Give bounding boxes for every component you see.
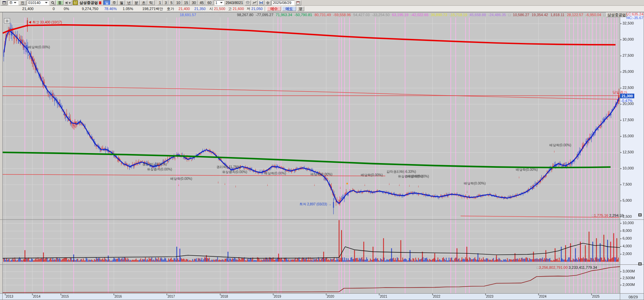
period-button-초[interactable]: 초	[140, 0, 147, 5]
shin-badge: 신	[73, 0, 78, 5]
turnover-pct: 78.46%	[99, 7, 117, 11]
high-price: 21,600	[233, 7, 244, 11]
buy-button[interactable]: 매수	[267, 6, 281, 11]
period-button-주[interactable]: 주	[111, 0, 118, 5]
ask-price: 21,400	[175, 7, 190, 11]
search-icon[interactable]	[50, 0, 56, 5]
high-label: 고	[228, 6, 232, 11]
count-combo-value: 1	[215, 1, 217, 5]
save-icon[interactable]	[258, 0, 264, 5]
stock-flag-icon	[99, 1, 101, 4]
interval-button-10[interactable]: 10	[174, 0, 182, 5]
bid-price: 21,350	[191, 7, 206, 11]
toolbar-main: 주 전 010140 통 신 삼성중공업 일주월년분초틱 13510153045…	[0, 0, 644, 6]
chart-window: 주 전 010140 통 신 삼성중공업 일주월년분초틱 13510153045…	[0, 0, 644, 300]
trendline-icon[interactable]	[252, 0, 258, 5]
chart-canvas[interactable]	[0, 12, 644, 300]
interval-button-45[interactable]: 45	[198, 0, 205, 5]
pane-expand-icon[interactable]	[638, 213, 642, 216]
stock-code-input[interactable]: 010140	[27, 0, 49, 5]
legend-toggle-icon[interactable]: ⊞	[4, 18, 10, 23]
amount-value: 198,271백만	[134, 6, 163, 11]
period-button-일[interactable]: 일	[103, 0, 110, 5]
jeon-button[interactable]: 전	[19, 0, 26, 5]
current-price: 21,400	[3, 7, 34, 11]
stock-name: 삼성중공업	[78, 0, 98, 5]
interval-button-5[interactable]: 5	[169, 0, 174, 5]
period-button-월[interactable]: 월	[118, 0, 125, 5]
period-button-년[interactable]: 년	[125, 0, 132, 5]
open-price: 21,500	[214, 7, 225, 11]
comment-icon[interactable]	[245, 0, 251, 5]
window-icon[interactable]	[1, 0, 7, 5]
period-button-틱[interactable]: 틱	[148, 0, 155, 5]
speaker-icon[interactable]	[64, 0, 72, 5]
low-label: 저	[247, 6, 250, 11]
chart-area: ⊞ 18,691.5789,499.65-68,327.1198,267.80-…	[0, 12, 644, 300]
low-price: 21,050	[251, 7, 263, 11]
gear-icon[interactable]	[265, 0, 271, 5]
interval-button-30[interactable]: 30	[190, 0, 198, 5]
chart-type-combo[interactable]: 주	[8, 0, 18, 5]
price-change-pct: 0%	[56, 7, 69, 11]
open-label: 시	[209, 6, 213, 11]
quote-bar: 21,400 0 0% 9,274,750 78.46% 1.05% 198,2…	[0, 6, 644, 12]
stock-code-value: 010140	[28, 1, 41, 5]
divider	[265, 7, 265, 11]
period-button-group: 일주월년분초틱	[103, 0, 155, 5]
interval-button-1[interactable]: 1	[157, 0, 163, 5]
tong-button[interactable]: 통	[56, 0, 63, 5]
date-input[interactable]: 2025/08/29	[272, 0, 294, 5]
volume-ratio: 1.05%	[118, 7, 133, 11]
count-combo[interactable]: 1	[214, 0, 224, 5]
volume-value: 9,274,750	[70, 7, 98, 11]
sell-button[interactable]: 매도	[282, 6, 296, 11]
interval-button-group: 1351015304560	[157, 0, 213, 5]
calendar-icon[interactable]	[295, 0, 301, 5]
chart-type-combo-value: 주	[9, 0, 13, 5]
pane-expand-icon[interactable]	[638, 262, 642, 265]
price-change: 0	[35, 7, 55, 11]
interval-button-15[interactable]: 15	[182, 0, 190, 5]
interval-button-3[interactable]: 3	[163, 0, 168, 5]
bar-counter: 2943/8021	[225, 0, 244, 5]
period-button-분[interactable]: 분	[133, 0, 140, 5]
interval-button-60[interactable]: 60	[206, 0, 213, 5]
avg-button[interactable]: 평	[297, 6, 304, 11]
hoga-label: 호가	[167, 6, 174, 11]
